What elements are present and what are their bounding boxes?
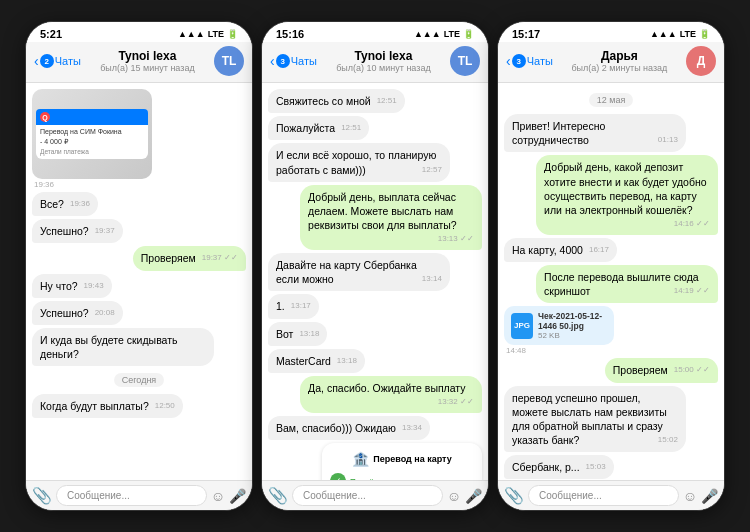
bank-icon: 🏦 [352,451,369,467]
phone-3: 15:17 ▲▲▲ LTE 🔋 ‹ 3 Чаты Дарья был(а) 2 … [497,21,725,511]
chat-status-3: был(а) 2 минуты назад [553,63,686,73]
sticker-icon-1[interactable]: ☺ [211,488,225,504]
msg-uspeshno2: Успешно? 20:08 [32,301,123,325]
back-button-1[interactable]: ‹ 2 Чаты [34,54,81,68]
status-bar-1: 5:21 ▲▲▲ LTE 🔋 [26,22,252,42]
messages-3: 12 мая Привет! Интересно сотрудничество … [498,83,724,480]
signal-icons-2: ▲▲▲ LTE 🔋 [414,29,474,39]
attach-icon-1[interactable]: 📎 [32,486,52,505]
payment-status-row: ✓ Платёж проведен [330,473,474,480]
lte-icon-1: LTE [208,29,224,39]
back-label-3: Чаты [527,55,553,67]
image-header: Q [36,109,148,125]
chat-header-1: ‹ 2 Чаты Tynoi lexa был(а) 15 минут наза… [26,42,252,83]
header-center-3: Дарья был(а) 2 минуты назад [553,49,686,73]
msg-file: JPG Чек-2021-05-12-1446 50.jpg 52 KB 14:… [504,306,614,355]
attach-icon-3[interactable]: 📎 [504,486,524,505]
mic-icon-1[interactable]: 🎤 [229,488,246,504]
battery-icon-2: 🔋 [463,29,474,39]
phone-2: 15:16 ▲▲▲ LTE 🔋 ‹ 3 Чаты Tynoi lexa был(… [261,21,489,511]
mic-icon-3[interactable]: 🎤 [701,488,718,504]
message-input-2[interactable]: Сообщение... [292,485,443,506]
q-icon: Q [40,112,50,122]
payment-title: 🏦 Перевод на карту [330,451,474,467]
bubble-svyazhites: Свяжитесь со мной 12:51 [268,89,405,113]
bubble-kuda: И куда вы будете скидывать деньги? [32,328,214,366]
msg-perevod: перевод успешно прошел, можете выслать н… [504,386,686,453]
mic-icon-2[interactable]: 🎤 [465,488,482,504]
file-size: 52 KB [538,331,607,340]
message-input-1[interactable]: Сообщение... [56,485,207,506]
input-icons-1: ☺ 🎤 [211,488,246,504]
battery-icon-3: 🔋 [699,29,710,39]
bubble-one: 1. 13:17 [268,294,319,318]
signal-icon-1: ▲▲▲ [178,29,205,39]
date-divider-3: 12 мая [589,93,634,107]
chat-status-1: был(а) 15 минут назад [81,63,214,73]
time-inline: 19:36 [70,199,90,210]
unread-badge-1: 2 [40,54,54,68]
bubble-proverjaem3: Проверяем 15:00 ✓✓ [605,358,718,382]
msg-dobryiden: Добрый день, выплата сейчас делаем. Може… [300,185,482,250]
sticker-icon-3[interactable]: ☺ [683,488,697,504]
msg-posle: После перевода вышлите сюда скриншот 14:… [536,265,718,303]
chat-header-2: ‹ 3 Чаты Tynoi lexa был(а) 10 минут наза… [262,42,488,83]
bubble-uspeshno2: Успешно? 20:08 [32,301,123,325]
check-circle-icon: ✓ [330,473,346,480]
time-1: 5:21 [40,28,62,40]
time-2: 15:16 [276,28,304,40]
msg-payment: 🏦 Перевод на карту ✓ Платёж проведен Пла… [322,443,482,480]
signal-icons-3: ▲▲▲ LTE 🔋 [650,29,710,39]
bubble-mastercard: MasterCard 13:18 [268,349,365,373]
bubble-pozhaluysta: Пожалуйста 12:51 [268,116,369,140]
msg-kuda: И куда вы будете скидывать деньги? [32,328,214,366]
bubble-sberbank: Давайте на карту Сбербанка если можно 13… [268,253,450,291]
input-bar-3: 📎 Сообщение... ☺ 🎤 [498,480,724,510]
msg-nakartу: На карту, 4000 16:17 [504,238,617,262]
status-bar-3: 15:17 ▲▲▲ LTE 🔋 [498,22,724,42]
msg-proverjaem1: Проверяем 19:37 ✓✓ [133,246,246,270]
phone-1: 5:21 ▲▲▲ LTE 🔋 ‹ 2 Чаты Tynoi lexa был(а… [25,21,253,511]
message-input-3[interactable]: Сообщение... [528,485,679,506]
bubble-proverjaem1: Проверяем 19:37 ✓✓ [133,246,246,270]
msg-nu-chto: Ну что? 19:43 [32,274,112,298]
battery-icon-1: 🔋 [227,29,238,39]
avatar-1: TL [214,46,244,76]
back-label-2: Чаты [291,55,317,67]
unread-badge-2: 3 [276,54,290,68]
bubble-sberbank3: Сбербанк, р... 15:03 [504,455,614,479]
avatar-2: TL [450,46,480,76]
unread-badge-3: 3 [512,54,526,68]
back-button-3[interactable]: ‹ 3 Чаты [506,54,553,68]
bubble-vses: Все? 19:36 [32,192,98,216]
chat-name-2: Tynoi lexa [317,49,450,63]
messages-2: Свяжитесь со мной 12:51 Пожалуйста 12:51… [262,83,488,480]
bubble-perevod: перевод успешно прошел, можете выслать н… [504,386,686,453]
back-chevron-icon-2: ‹ [270,54,275,68]
msg-pozhaluysta: Пожалуйста 12:51 [268,116,369,140]
attach-icon-2[interactable]: 📎 [268,486,288,505]
msg-image: Q Перевод на СИМ Фокина- 4 000 ₽ Детали … [32,89,152,189]
bubble-dobryiden3: Добрый день, какой депозит хотите внести… [536,155,718,234]
signal-icons-1: ▲▲▲ LTE 🔋 [178,29,238,39]
msg-sberbank3: Сбербанк, р... 15:03 [504,455,614,479]
back-button-2[interactable]: ‹ 3 Чаты [270,54,317,68]
chat-header-3: ‹ 3 Чаты Дарья был(а) 2 минуты назад Д [498,42,724,83]
signal-icon-2: ▲▲▲ [414,29,441,39]
input-icons-3: ☺ 🎤 [683,488,718,504]
avatar-3: Д [686,46,716,76]
msg-mastercard: MasterCard 13:18 [268,349,365,373]
file-name: Чек-2021-05-12-1446 50.jpg [538,311,607,331]
lte-icon-2: LTE [444,29,460,39]
bubble-vot: Вот 13:18 [268,322,327,346]
sticker-icon-2[interactable]: ☺ [447,488,461,504]
bubble-kogda: Когда будут выплаты? 12:50 [32,394,183,418]
bubble-dobryiden: Добрый день, выплата сейчас делаем. Може… [300,185,482,250]
input-bar-2: 📎 Сообщение... ☺ 🎤 [262,480,488,510]
bubble-posle: После перевода вышлите сюда скриншот 14:… [536,265,718,303]
image-detail: Детали платежа [40,148,144,155]
msg-dobryiden3: Добрый день, какой депозит хотите внести… [536,155,718,234]
bubble-nakartu: На карту, 4000 16:17 [504,238,617,262]
bubble-privet: Привет! Интересно сотрудничество 01:13 [504,114,686,152]
file-time: 14:48 [506,346,526,355]
